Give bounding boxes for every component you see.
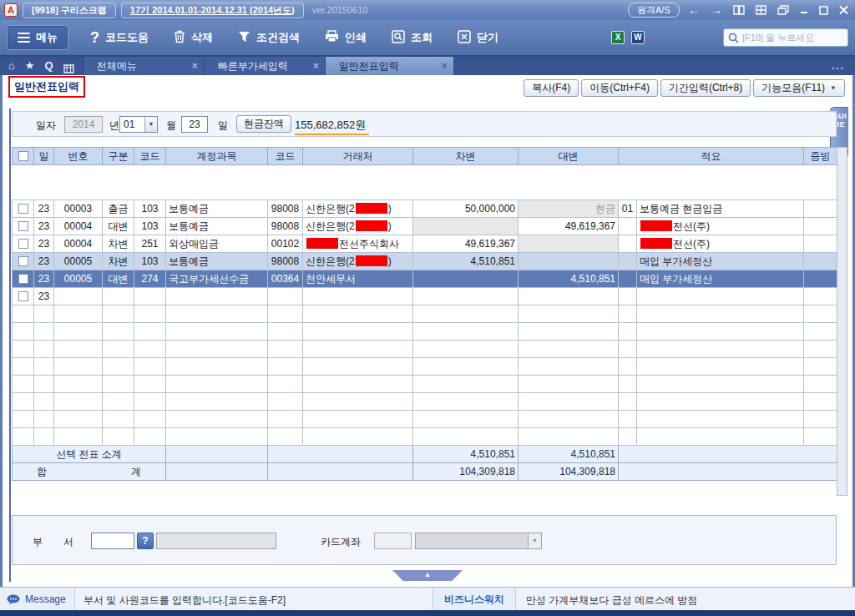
grid-empty-row[interactable]: [13, 358, 837, 376]
empty-cell[interactable]: [619, 341, 637, 358]
action-button-2[interactable]: 이동(Ctrl+F4): [581, 79, 658, 97]
cell-vendor[interactable]: [303, 288, 413, 305]
cell-code2[interactable]: 98008: [268, 200, 303, 218]
grid-row[interactable]: 2300003출금103보통예금98008신한은행(2)50,000,000현금…: [13, 200, 837, 218]
cell-no[interactable]: 00003: [54, 200, 103, 218]
cell-memo-code[interactable]: [619, 253, 637, 270]
global-search-input[interactable]: [742, 33, 838, 43]
row-checkbox[interactable]: [18, 204, 28, 214]
grid-row[interactable]: 2300004대변103보통예금98008신한은행(2)49,619,367전선…: [13, 218, 837, 235]
cell-type[interactable]: [103, 288, 134, 305]
empty-cell[interactable]: [619, 428, 637, 446]
empty-cell[interactable]: [13, 411, 34, 428]
cell-proof[interactable]: [804, 218, 837, 235]
row-checkbox[interactable]: [18, 221, 28, 231]
empty-cell[interactable]: [134, 411, 166, 428]
empty-cell[interactable]: [619, 376, 637, 393]
empty-cell[interactable]: [13, 305, 34, 323]
grid-empty-row[interactable]: [13, 393, 837, 411]
empty-cell[interactable]: [637, 341, 804, 358]
cell-debit[interactable]: 4,510,851: [413, 253, 519, 270]
cell-checkbox[interactable]: [13, 288, 34, 305]
cell-code2[interactable]: 98008: [268, 218, 303, 235]
grid-scrollbar[interactable]: [837, 147, 847, 496]
cell-code[interactable]: [134, 288, 166, 305]
cell-no[interactable]: [54, 288, 103, 305]
tab-close-icon[interactable]: ×: [442, 60, 448, 72]
grid-row[interactable]: 23: [13, 288, 837, 305]
empty-cell[interactable]: [13, 376, 34, 393]
empty-cell[interactable]: [303, 323, 413, 341]
empty-cell[interactable]: [103, 411, 134, 428]
card-account-select[interactable]: ▼: [415, 533, 542, 549]
cell-memo-code[interactable]: [619, 270, 637, 288]
empty-cell[interactable]: [637, 428, 804, 446]
empty-cell[interactable]: [413, 411, 519, 428]
empty-cell[interactable]: [13, 428, 34, 446]
empty-cell[interactable]: [804, 341, 837, 358]
empty-cell[interactable]: [34, 305, 54, 323]
empty-cell[interactable]: [13, 341, 34, 358]
empty-cell[interactable]: [54, 341, 103, 358]
empty-cell[interactable]: [134, 428, 166, 446]
home-icon[interactable]: ⌂: [8, 57, 15, 75]
empty-cell[interactable]: [34, 323, 54, 341]
empty-cell[interactable]: [303, 411, 413, 428]
tab-일반전표입력[interactable]: 일반전표입력×: [326, 57, 454, 75]
cell-type[interactable]: 차변: [103, 235, 134, 253]
empty-cell[interactable]: [519, 341, 619, 358]
cell-credit[interactable]: 현금: [519, 200, 619, 218]
action-button-1[interactable]: 복사(F4): [524, 79, 579, 97]
minimize-icon[interactable]: [800, 5, 808, 15]
cell-account[interactable]: 보통예금: [166, 218, 268, 235]
remote-as-button[interactable]: 원격A/S: [628, 3, 680, 18]
cell-credit[interactable]: [519, 288, 619, 305]
cell-vendor[interactable]: 신한은행(2): [303, 200, 413, 218]
toolbar-search-box-button[interactable]: 조회: [392, 30, 433, 46]
empty-cell[interactable]: [34, 376, 54, 393]
empty-cell[interactable]: [268, 393, 303, 411]
tab-close-icon[interactable]: ×: [192, 60, 198, 72]
empty-cell[interactable]: [413, 358, 519, 376]
cell-account[interactable]: 외상매입금: [166, 235, 268, 253]
empty-cell[interactable]: [34, 358, 54, 376]
month-select[interactable]: 01 ▼: [119, 116, 158, 133]
cell-type[interactable]: 출금: [103, 200, 134, 218]
empty-cell[interactable]: [303, 305, 413, 323]
cell-code[interactable]: 251: [134, 235, 166, 253]
select-all-checkbox[interactable]: [18, 151, 28, 161]
cell-credit[interactable]: [519, 253, 619, 270]
grid-empty-row[interactable]: [13, 411, 837, 428]
cell-day[interactable]: 23: [34, 200, 54, 218]
cell-account[interactable]: [166, 288, 268, 305]
card-dropdown-icon[interactable]: ▼: [528, 533, 541, 548]
toolbar-filter-button[interactable]: 조건검색: [238, 30, 300, 45]
empty-cell[interactable]: [804, 393, 837, 411]
empty-cell[interactable]: [54, 393, 103, 411]
empty-cell[interactable]: [637, 358, 804, 376]
grid-empty-row[interactable]: [13, 305, 837, 323]
calendar-icon[interactable]: [63, 63, 74, 73]
cash-balance-button[interactable]: 현금잔액: [236, 115, 291, 133]
cell-memo-code[interactable]: [619, 288, 637, 305]
cell-memo[interactable]: [637, 288, 804, 305]
maximize-icon[interactable]: [819, 5, 828, 15]
empty-cell[interactable]: [166, 393, 268, 411]
empty-cell[interactable]: [619, 411, 637, 428]
cell-credit[interactable]: [519, 235, 619, 253]
empty-cell[interactable]: [413, 393, 519, 411]
row-checkbox[interactable]: [18, 274, 28, 284]
empty-cell[interactable]: [103, 341, 134, 358]
cell-vendor[interactable]: 전선주식회사: [303, 235, 413, 253]
cell-proof[interactable]: [804, 235, 837, 253]
empty-cell[interactable]: [134, 393, 166, 411]
cell-day[interactable]: 23: [34, 288, 54, 305]
empty-cell[interactable]: [54, 305, 103, 323]
empty-cell[interactable]: [268, 411, 303, 428]
cell-debit[interactable]: 50,000,000: [413, 200, 519, 218]
empty-cell[interactable]: [519, 376, 619, 393]
cell-no[interactable]: 00004: [54, 218, 103, 235]
day-input[interactable]: 23: [181, 116, 208, 133]
empty-cell[interactable]: [413, 428, 519, 446]
empty-cell[interactable]: [303, 358, 413, 376]
